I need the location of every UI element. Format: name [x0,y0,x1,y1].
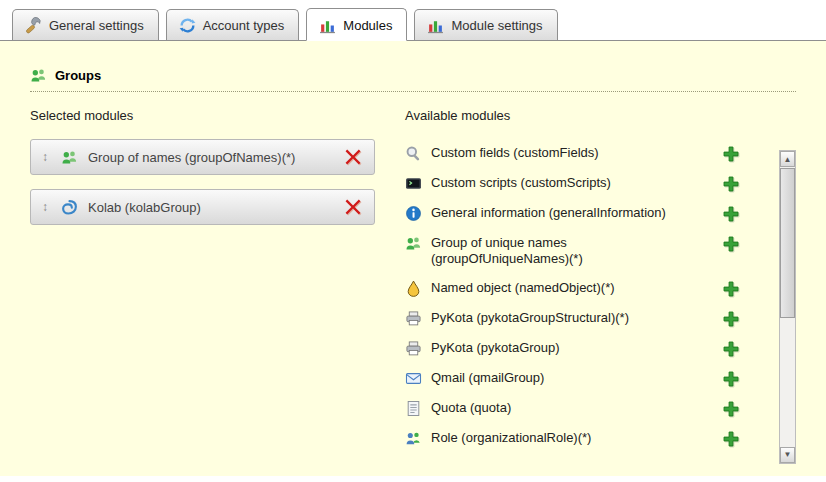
groups-icon [405,235,422,252]
groups-icon [61,149,78,166]
bar-chart-icon [319,17,336,34]
selected-module-label: Kolab (kolabGroup) [88,200,201,215]
add-module-button[interactable] [722,235,740,253]
document-icon [405,400,422,417]
envelope-icon [405,370,422,387]
section-title: Groups [30,67,796,92]
tab-label: Module settings [451,18,542,33]
add-module-button[interactable] [722,340,740,358]
available-modules-column: Available modules Custom fields (customF… [405,108,796,454]
role-icon [405,430,422,447]
tab-label: Modules [343,18,392,33]
available-module-label: General information (generalInformation) [431,205,713,221]
printer-icon [405,310,422,327]
available-module-label: Qmail (qmailGroup) [431,370,713,386]
available-module-row: Role (organizationalRole)(*) [405,424,766,454]
scroll-up-icon[interactable]: ▲ [780,151,795,167]
available-modules-list: Custom fields (customFields)Custom scrip… [405,139,766,454]
tab-label: General settings [49,18,144,33]
available-module-row: Custom fields (customFields) [405,139,766,169]
available-module-label: PyKota (pykotaGroup) [431,340,713,356]
drag-handle-icon[interactable]: ↕ [39,150,51,164]
add-module-button[interactable] [722,400,740,418]
add-module-button[interactable] [722,310,740,328]
available-module-row: Custom scripts (customScripts) [405,169,766,199]
available-module-label: Group of unique names (groupOfUniqueName… [431,235,713,268]
selected-module-row: ↕Group of names (groupOfNames)(*) [30,139,375,175]
add-module-button[interactable] [722,145,740,163]
available-module-row: Qmail (qmailGroup) [405,364,766,394]
available-module-label: Custom scripts (customScripts) [431,175,713,191]
available-module-label: Quota (quota) [431,400,713,416]
add-module-button[interactable] [722,205,740,223]
available-module-row: Group of unique names (groupOfUniqueName… [405,229,766,274]
kolab-icon [61,199,78,216]
available-module-label: PyKota (pykotaGroupStructural)(*) [431,310,713,326]
selected-modules-list: ↕Group of names (groupOfNames)(*)↕Kolab … [30,139,375,225]
sync-arrows-icon [179,17,196,34]
tab-module-settings[interactable]: Module settings [414,9,557,40]
available-modules-heading: Available modules [405,108,796,123]
content-area: Groups Selected modules ↕Group of names … [0,41,826,476]
available-module-label: Role (organizationalRole)(*) [431,430,713,446]
tab-bar: General settingsAccount typesModulesModu… [0,0,826,41]
add-module-button[interactable] [722,430,740,448]
add-module-button[interactable] [722,280,740,298]
tab-label: Account types [203,18,285,33]
info-icon [405,205,422,222]
add-module-button[interactable] [722,175,740,193]
remove-module-button[interactable] [344,148,362,166]
remove-module-button[interactable] [344,198,362,216]
available-module-label: Custom fields (customFields) [431,145,713,161]
scroll-down-icon[interactable]: ▼ [780,447,795,463]
tab-general-settings[interactable]: General settings [12,9,159,40]
terminal-icon [405,175,422,192]
add-module-button[interactable] [722,370,740,388]
drop-icon [405,280,422,297]
available-module-row: Quota (quota) [405,394,766,424]
scrollbar[interactable]: ▲ ▼ [779,150,796,464]
magnifier-icon [405,145,422,162]
tab-modules[interactable]: Modules [306,8,407,41]
selected-modules-heading: Selected modules [30,108,375,123]
selected-modules-column: Selected modules ↕Group of names (groupO… [30,108,375,454]
section-title-label: Groups [55,68,101,83]
selected-module-row: ↕Kolab (kolabGroup) [30,189,375,225]
tab-account-types[interactable]: Account types [166,9,300,40]
available-module-row: PyKota (pykotaGroupStructural)(*) [405,304,766,334]
wrench-icon [25,17,42,34]
bar-chart-icon [427,17,444,34]
available-module-row: PyKota (pykotaGroup) [405,334,766,364]
groups-icon [30,67,47,84]
module-columns: Selected modules ↕Group of names (groupO… [30,108,796,454]
selected-module-label: Group of names (groupOfNames)(*) [88,150,295,165]
drag-handle-icon[interactable]: ↕ [39,200,51,214]
available-module-label: Named object (namedObject)(*) [431,280,713,296]
scrollbar-thumb[interactable] [780,168,795,318]
available-module-row: Named object (namedObject)(*) [405,274,766,304]
available-module-row: General information (generalInformation) [405,199,766,229]
printer-icon [405,340,422,357]
